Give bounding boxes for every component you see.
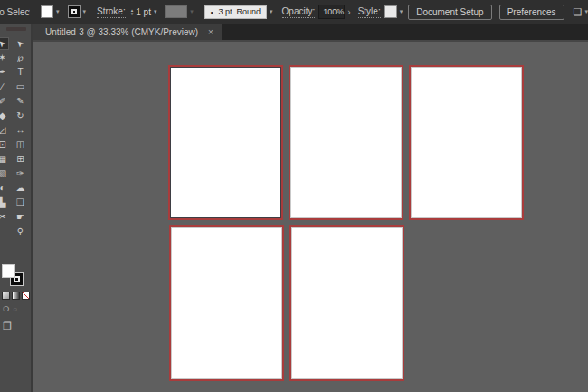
mesh-tool[interactable]: ⊞ <box>14 153 27 166</box>
rectangle-tool[interactable]: ▭ <box>14 81 27 93</box>
document-setup-button[interactable]: Document Setup <box>408 5 492 20</box>
selection-tool[interactable]: ➤ <box>0 37 9 50</box>
magic-wand-tool[interactable]: ✶ <box>0 52 9 64</box>
scale-tool-icon: ◿ <box>0 126 5 135</box>
preferences-button[interactable]: Preferences <box>499 5 564 20</box>
symbol-sprayer-tool-icon: ☁ <box>16 184 25 193</box>
panel-menu-icon[interactable]: ❏ <box>574 6 583 18</box>
artboard-4[interactable] <box>169 225 284 381</box>
tab-bar: Untitled-3 @ 33.33% (CMYK/Preview) × <box>33 24 588 42</box>
stroke-weight-stepper[interactable]: ▴ ▾ <box>131 8 134 15</box>
brush-name: 3 pt. Round <box>219 7 261 16</box>
hand-tool-icon: ☛ <box>16 213 24 222</box>
slice-tool-icon: ✂ <box>0 213 6 222</box>
color-mode-row <box>2 292 31 300</box>
scale-tool[interactable]: ◿ <box>0 124 9 137</box>
zoom-tool[interactable]: ⚲ <box>14 225 27 238</box>
toolbar-fill-swatch[interactable] <box>2 264 15 278</box>
none-button[interactable] <box>22 292 30 300</box>
artboard-1[interactable] <box>168 65 283 220</box>
width-profile-chevron-icon: ▾ <box>190 8 194 15</box>
stroke-color-swatch[interactable] <box>68 5 81 18</box>
artboard-5[interactable] <box>289 225 404 381</box>
fill-stroke-widget <box>2 264 25 288</box>
style-chevron-icon[interactable]: ▾ <box>400 8 403 15</box>
drawing-modes: ❍ ○ <box>3 305 31 313</box>
paintbrush-tool[interactable]: ✐ <box>0 95 9 108</box>
color-button[interactable] <box>2 292 10 300</box>
brush-definition-dropdown[interactable]: • 3 pt. Round <box>204 5 267 19</box>
pen-tool[interactable]: ✒ <box>0 66 9 79</box>
stroke-weight-value[interactable]: 1 pt <box>136 7 151 17</box>
pencil-tool[interactable]: ✎ <box>14 95 27 108</box>
gradient-tool[interactable]: ▧ <box>0 167 9 180</box>
opacity-panel-link[interactable]: Opacity: <box>282 6 316 18</box>
lasso-tool-icon: ℘ <box>17 53 24 62</box>
column-graph-tool-icon: ▙ <box>0 198 5 207</box>
fill-chevron-down-icon[interactable]: ▾ <box>56 8 60 15</box>
pen-tool-icon: ✒ <box>0 68 6 77</box>
column-graph-tool[interactable]: ▙ <box>0 196 9 209</box>
stroke-chevron-down-icon[interactable]: ▾ <box>83 8 87 15</box>
perspective-grid-tool[interactable]: ▦ <box>0 153 9 166</box>
brush-chevron-icon[interactable]: ▾ <box>270 8 273 15</box>
opacity-submenu-icon[interactable]: › <box>347 7 350 17</box>
opacity-input[interactable]: 100% <box>318 5 345 19</box>
perspective-grid-tool-icon: ▦ <box>0 155 6 164</box>
rectangle-tool-icon: ▭ <box>16 82 24 91</box>
rotate-tool[interactable]: ↻ <box>14 110 27 122</box>
free-transform-tool-icon: ⊡ <box>0 140 6 149</box>
pencil-tool-icon: ✎ <box>16 97 24 106</box>
mesh-tool-icon: ⊞ <box>16 155 24 164</box>
stroke-panel-link[interactable]: Stroke: <box>97 6 126 18</box>
stroke-weight-chevron-icon[interactable]: ▾ <box>154 8 157 15</box>
artboard-tool[interactable]: ❏ <box>14 196 27 209</box>
screen-mode-icon[interactable]: ❐ <box>3 320 31 332</box>
paintbrush-tool-icon: ✐ <box>0 97 6 106</box>
tools-grid: ➤➤✶℘✒T∕▭✐✎◆↻◿↔⊡◫▦⊞▧✑◐☁▙❏✂☛⚲ <box>0 37 31 238</box>
eraser-tool-icon: ◆ <box>0 111 5 120</box>
document-tab[interactable]: Untitled-3 @ 33.33% (CMYK/Preview) × <box>33 24 222 40</box>
graphic-style-swatch[interactable] <box>384 5 397 18</box>
artboard-tool-icon: ❏ <box>16 198 24 207</box>
shape-builder-tool-icon: ◫ <box>16 140 24 149</box>
type-tool[interactable]: T <box>14 66 27 79</box>
blend-tool-icon: ◐ <box>0 184 5 193</box>
zoom-tool-icon: ⚲ <box>17 227 24 236</box>
tools-panel-grip[interactable] <box>6 27 26 31</box>
canvas[interactable] <box>33 42 588 392</box>
artboard-3[interactable] <box>409 65 524 220</box>
line-segment-tool[interactable]: ∕ <box>0 81 9 93</box>
lasso-tool[interactable]: ℘ <box>14 52 27 64</box>
gradient-button[interactable] <box>12 292 20 300</box>
style-panel-link[interactable]: Style: <box>358 6 381 18</box>
width-tool[interactable]: ↔ <box>14 124 27 137</box>
blend-tool[interactable]: ◐ <box>0 182 9 195</box>
fill-color-swatch[interactable] <box>41 5 53 18</box>
artboard-2[interactable] <box>289 65 403 220</box>
shape-builder-tool[interactable]: ◫ <box>14 139 27 151</box>
symbol-sprayer-tool[interactable]: ☁ <box>14 182 27 195</box>
selection-tool-icon: ➤ <box>0 37 8 49</box>
control-bar: No Selection ▾ ▾ Stroke: ▴ ▾ 1 pt ▾ ▾ • … <box>0 0 588 24</box>
width-tool-icon: ↔ <box>16 126 25 135</box>
draw-normal-mode-icon[interactable]: ❍ <box>3 305 9 313</box>
gradient-tool-icon: ▧ <box>0 169 6 178</box>
panel-menu-chevron-icon[interactable]: ▾ <box>584 8 588 15</box>
magic-wand-tool-icon: ✶ <box>0 53 6 62</box>
type-tool-icon: T <box>17 68 23 77</box>
width-profile-dropdown[interactable] <box>165 5 187 18</box>
draw-behind-mode-icon[interactable]: ○ <box>13 305 17 313</box>
eraser-tool[interactable]: ◆ <box>0 110 9 122</box>
direct-selection-tool[interactable]: ➤ <box>14 37 27 50</box>
stepper-down-icon[interactable]: ▾ <box>131 12 134 15</box>
free-transform-tool[interactable]: ⊡ <box>0 139 9 151</box>
tab-close-icon[interactable]: × <box>208 27 213 37</box>
tools-panel: ➤➤✶℘✒T∕▭✐✎◆↻◿↔⊡◫▦⊞▧✑◐☁▙❏✂☛⚲ ❍ ○ ❐ <box>0 24 33 392</box>
selection-status: No Selection <box>0 7 30 17</box>
document-tab-title: Untitled-3 @ 33.33% (CMYK/Preview) <box>45 27 198 37</box>
eyedropper-tool[interactable]: ✑ <box>14 167 27 180</box>
slice-tool[interactable]: ✂ <box>0 211 9 224</box>
brush-dot-icon: • <box>211 8 213 16</box>
hand-tool[interactable]: ☛ <box>14 211 27 224</box>
